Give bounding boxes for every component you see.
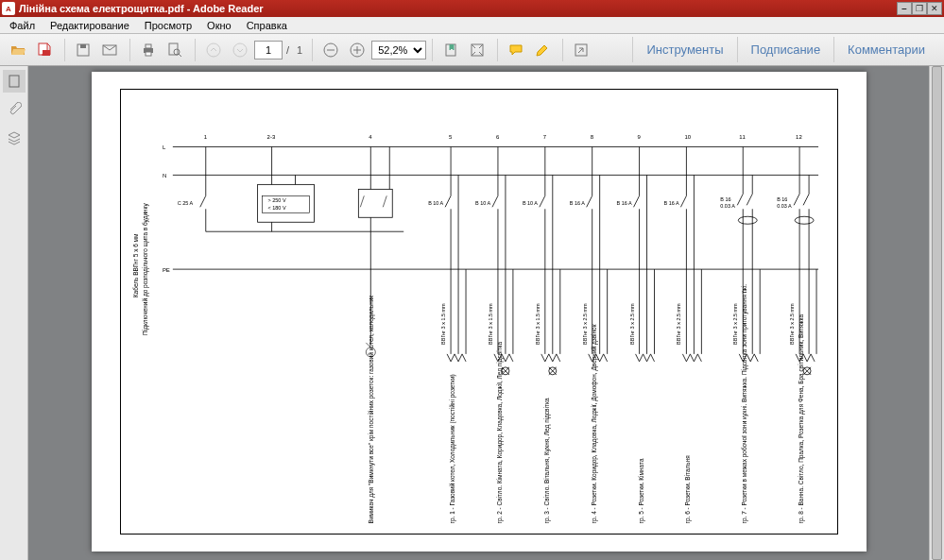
svg-text:ВВГнг 3 x 2.5 mm: ВВГнг 3 x 2.5 mm — [789, 303, 795, 345]
thumbnails-icon[interactable] — [3, 70, 26, 93]
svg-point-10 — [207, 43, 220, 57]
tab-sign[interactable]: Подписание — [737, 37, 834, 62]
svg-text:> 250 V: > 250 V — [267, 197, 285, 203]
svg-text:ВВГнг 3 x 1.5 mm: ВВГнг 3 x 1.5 mm — [534, 303, 540, 345]
email-icon[interactable] — [97, 38, 122, 62]
menu-window[interactable]: Окно — [201, 19, 237, 32]
side-text-1: Кабель ВВГнг 5 x 6 мм — [131, 233, 138, 297]
attachments-icon[interactable] — [3, 98, 26, 121]
zoom-out-icon[interactable] — [318, 38, 343, 62]
print-icon[interactable] — [136, 38, 161, 62]
tab-comments[interactable]: Комментарии — [833, 37, 938, 62]
zoom-in-icon[interactable] — [345, 38, 369, 62]
svg-text:гр. 1 - Газовий котел, Холодил: гр. 1 - Газовий котел, Холодильник (пост… — [449, 374, 456, 523]
workspace: Кабель ВВГнг 5 x 6 мм Підключений до роз… — [0, 66, 944, 560]
svg-text:ВВГнг 3 x 2.5 mm: ВВГнг 3 x 2.5 mm — [676, 303, 681, 345]
svg-text:4: 4 — [369, 134, 372, 140]
svg-line-102 — [803, 194, 809, 205]
vertical-scrollbar[interactable] — [929, 66, 944, 560]
svg-text:10: 10 — [684, 134, 691, 140]
page-separator: / — [286, 44, 289, 56]
svg-line-94 — [747, 194, 752, 205]
close-button[interactable]: ✕ — [927, 2, 942, 15]
svg-line-47 — [383, 195, 386, 207]
svg-line-99 — [794, 194, 799, 205]
svg-line-76 — [586, 195, 592, 207]
svg-line-81 — [633, 195, 639, 207]
svg-line-86 — [680, 195, 686, 207]
svg-text:B 10 A: B 10 A — [475, 200, 490, 206]
svg-text:8: 8 — [590, 134, 593, 140]
highlight-icon[interactable] — [530, 38, 555, 62]
share-icon[interactable] — [569, 38, 593, 62]
bookmark-icon[interactable] — [438, 38, 463, 62]
menu-bar: Файл Редактирование Просмотр Окно Справк… — [0, 17, 944, 34]
svg-text:гр. 7 - Розетки в межах робочо: гр. 7 - Розетки в межах робочої зони кух… — [741, 284, 748, 524]
svg-text:гр. 4 - Розетки. Коридор, Клад: гр. 4 - Розетки. Коридор, Кладовка, Лодж… — [590, 324, 597, 523]
document-viewer[interactable]: Кабель ВВГнг 5 x 6 мм Підключений до роз… — [28, 66, 929, 560]
svg-line-91 — [737, 194, 743, 205]
page-up-icon[interactable] — [201, 38, 226, 62]
page-number-input[interactable] — [254, 41, 283, 59]
fit-page-icon[interactable] — [465, 38, 489, 62]
minimize-button[interactable]: ‒ — [897, 2, 912, 15]
label-L: L — [162, 144, 165, 150]
side-text-2: Підключений до розподільчого щита в буди… — [141, 203, 148, 335]
save-icon[interactable] — [71, 38, 95, 62]
svg-rect-7 — [146, 52, 151, 56]
zoom-select[interactable]: 52,2% — [371, 41, 426, 59]
svg-point-96 — [738, 216, 757, 224]
menu-edit[interactable]: Редактирование — [44, 19, 135, 32]
svg-text:11: 11 — [739, 134, 746, 140]
svg-line-46 — [360, 195, 364, 207]
page-total: 1 — [297, 44, 302, 56]
menu-help[interactable]: Справка — [241, 19, 293, 32]
svg-point-11 — [233, 43, 247, 57]
svg-text:6: 6 — [495, 134, 499, 140]
maximize-button[interactable]: ❐ — [912, 2, 927, 15]
svg-text:ВВГнг 3 x 2.5 mm: ВВГнг 3 x 2.5 mm — [581, 303, 587, 345]
svg-rect-1 — [43, 50, 50, 56]
label-PE: PE — [162, 267, 169, 273]
svg-line-60 — [491, 195, 497, 207]
layers-icon[interactable] — [3, 127, 26, 149]
menu-file[interactable]: Файл — [4, 19, 41, 32]
svg-text:B 10 A: B 10 A — [428, 200, 443, 206]
export-pdf-icon[interactable] — [32, 38, 57, 62]
sidebar — [0, 66, 28, 560]
svg-text:ВВГнг 3 x 2.5 mm: ВВГнг 3 x 2.5 mm — [628, 303, 634, 345]
page-down-icon[interactable] — [228, 38, 252, 62]
svg-text:гр. 2 - Світло. Кімната, Корид: гр. 2 - Світло. Кімната, Коридор, Кладов… — [495, 341, 503, 523]
svg-text:0.03 A: 0.03 A — [777, 203, 792, 209]
svg-text:гр. 3 - Світло. Вітальня, Кухн: гр. 3 - Світло. Вітальня, Кухня, Лед під… — [542, 398, 550, 523]
svg-text:гр. 8 - Ванна. Світло, Пралка,: гр. 8 - Ванна. Світло, Пралка, Розетка д… — [798, 314, 805, 523]
svg-line-55 — [445, 195, 451, 207]
svg-text:ВВГнг 3 x 2.5 mm: ВВГнг 3 x 2.5 mm — [732, 303, 738, 345]
svg-text:B 16 A: B 16 A — [569, 200, 584, 206]
window-title: Лінійна схема електрощитка.pdf - Adobe R… — [19, 3, 897, 14]
svg-text:B 16: B 16 — [720, 196, 730, 202]
svg-text:0.03 A: 0.03 A — [720, 203, 735, 209]
svg-text:ВВГнг 3 x 1.5 mm: ВВГнг 3 x 1.5 mm — [440, 303, 446, 345]
svg-point-104 — [795, 216, 814, 224]
search-doc-icon[interactable] — [163, 38, 187, 62]
svg-text:< 180 V: < 180 V — [267, 205, 285, 211]
svg-text:2-3: 2-3 — [266, 134, 275, 140]
svg-line-33 — [199, 195, 205, 207]
title-bar: A Лінійна схема електрощитка.pdf - Adobe… — [0, 0, 944, 17]
comment-icon[interactable] — [504, 38, 528, 62]
svg-rect-3 — [80, 44, 86, 48]
app-icon: A — [2, 2, 15, 15]
svg-text:гр. 6 - Розетки. Вітальня: гр. 6 - Розетки. Вітальня — [684, 455, 692, 524]
svg-text:B 10 A: B 10 A — [522, 200, 537, 206]
svg-rect-17 — [9, 76, 19, 87]
tab-tools[interactable]: Инструменты — [632, 37, 736, 62]
svg-text:ВВГнг 3 x 1.5 mm: ВВГнг 3 x 1.5 mm — [487, 303, 492, 345]
open-icon[interactable] — [6, 38, 30, 62]
svg-text:12: 12 — [796, 134, 802, 140]
menu-view[interactable]: Просмотр — [139, 19, 197, 32]
svg-rect-45 — [358, 189, 392, 217]
svg-text:B 16 A: B 16 A — [663, 200, 678, 206]
svg-rect-6 — [146, 44, 151, 48]
toolbar: / 1 52,2% Инструменты Подписание Коммент… — [0, 34, 944, 66]
